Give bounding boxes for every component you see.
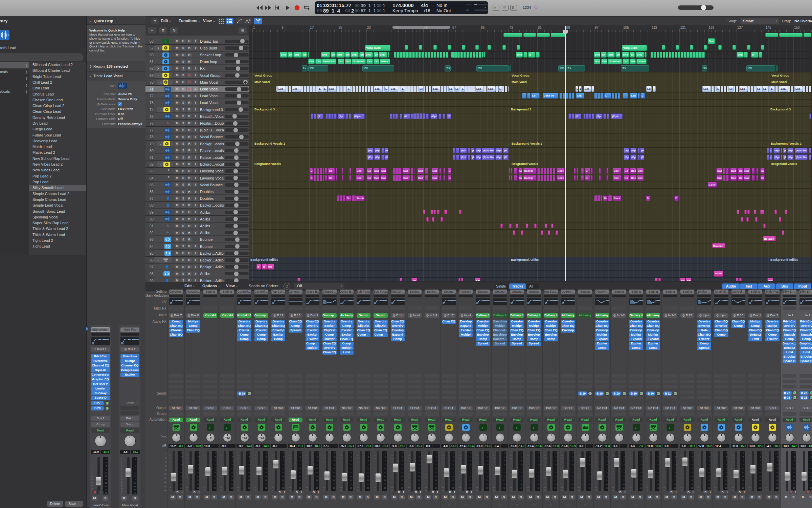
svg-text:♪: ♪ bbox=[533, 425, 535, 430]
svg-text:♪: ♪ bbox=[209, 425, 211, 430]
svg-text:♪: ♪ bbox=[669, 425, 671, 430]
svg-text:♪: ♪ bbox=[481, 425, 483, 430]
svg-text:♪: ♪ bbox=[226, 425, 228, 430]
svg-text:♪: ♪ bbox=[635, 425, 637, 430]
svg-text:♪: ♪ bbox=[515, 425, 517, 430]
svg-text:♪: ♪ bbox=[498, 425, 500, 430]
